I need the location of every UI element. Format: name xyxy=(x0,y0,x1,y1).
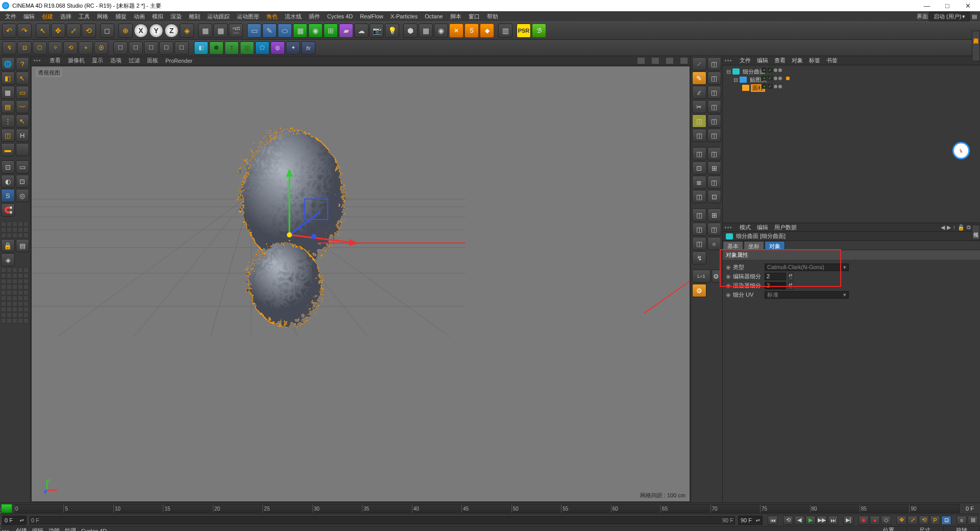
rt-19[interactable]: ⊡ xyxy=(707,190,722,203)
vp-menu-camera[interactable]: 摄像机 xyxy=(68,57,85,64)
rt-6[interactable]: ✂ xyxy=(692,100,706,113)
tool2-10[interactable]: ☐ xyxy=(144,41,158,55)
key-scale-button[interactable]: ⤢ xyxy=(908,516,918,525)
tool2-4[interactable]: ✧ xyxy=(48,41,62,55)
menu-plugins[interactable]: 插件 xyxy=(306,12,323,21)
rt-13[interactable]: ◫ xyxy=(707,147,722,160)
om-menu-file[interactable]: 文件 xyxy=(740,57,751,64)
menu-script[interactable]: 脚本 xyxy=(447,12,464,21)
tool2-12[interactable]: ☐ xyxy=(175,41,189,55)
lt-snap-enable[interactable]: S xyxy=(1,189,15,202)
mat-menu-tex[interactable]: 纹理 xyxy=(65,527,76,531)
lt-layer[interactable]: ▤ xyxy=(16,239,30,252)
layer-toggle[interactable]: ▪ xyxy=(762,84,767,89)
undo-button[interactable]: ↶ xyxy=(2,23,16,38)
timeline-ruler[interactable]: 051015202530354045505560657075808590 xyxy=(13,504,960,513)
lt-vis[interactable]: ◈ xyxy=(1,253,15,267)
prim-fx1[interactable]: ✦ xyxy=(286,41,300,55)
lt-snap3[interactable]: ◎ xyxy=(16,189,30,202)
tool2-9[interactable]: ☐ xyxy=(129,41,143,55)
menu-edit[interactable]: 编辑 xyxy=(20,12,38,21)
keyframe-button[interactable]: ◇ xyxy=(881,516,891,525)
side-tab-browser[interactable]: 内容浏览器 xyxy=(972,31,980,61)
menu-realflow[interactable]: RealFlow xyxy=(357,12,386,20)
move-tool[interactable]: ✥ xyxy=(51,23,65,38)
lt-blank[interactable] xyxy=(16,143,30,156)
vp-nav-1[interactable] xyxy=(638,58,645,64)
plugin-btn-2[interactable]: ▦ xyxy=(419,23,433,38)
menu-create[interactable]: 创建 xyxy=(39,12,56,21)
vp-menu-options[interactable]: 选项 xyxy=(110,57,121,64)
rt-11[interactable]: ◫ xyxy=(707,129,722,142)
lt-texture[interactable]: ▦ xyxy=(1,86,15,99)
am-menu-mode[interactable]: 模式 xyxy=(740,224,751,231)
key-opts-button[interactable]: ≡ xyxy=(957,516,967,525)
rt-12[interactable]: ◫ xyxy=(692,147,706,160)
vis-toggle[interactable]: ✓ xyxy=(768,84,773,89)
frame-end-field[interactable]: 90 F▴▾ xyxy=(738,516,763,525)
expand-icon[interactable]: ⊟ xyxy=(726,68,731,75)
tag-icon[interactable] xyxy=(786,77,790,80)
menu-window[interactable]: 窗口 xyxy=(465,12,483,21)
maximize-button[interactable]: □ xyxy=(937,2,958,10)
environment-button[interactable]: ☁ xyxy=(354,23,369,38)
menu-xparticles[interactable]: X-Particles xyxy=(387,12,421,20)
prim-nurbs[interactable]: ⬢ xyxy=(209,41,224,55)
menu-help[interactable]: 帮助 xyxy=(484,12,501,21)
deformer-button[interactable]: ▰ xyxy=(339,23,353,38)
am-menu-edit[interactable]: 编辑 xyxy=(757,224,768,231)
prim-cube2[interactable]: ◫ xyxy=(240,41,254,55)
lock-xy-button[interactable]: ⊕ xyxy=(118,23,133,38)
subdivision-button[interactable]: ◉ xyxy=(308,23,323,38)
lt-axis2[interactable]: ▭ xyxy=(16,160,30,174)
key-rot-button[interactable]: ⟲ xyxy=(919,516,929,525)
rt-20[interactable]: ◫ xyxy=(692,208,706,222)
prim-fx2[interactable]: fx xyxy=(301,41,315,55)
vp-menu-filter[interactable]: 过滤 xyxy=(129,57,140,64)
lt-h[interactable]: H xyxy=(16,129,30,142)
menu-tools[interactable]: 工具 xyxy=(76,12,93,21)
record-button[interactable]: ◉ xyxy=(859,516,869,525)
menu-snap[interactable]: 捕捉 xyxy=(112,12,130,21)
tool2-2[interactable]: ⊡ xyxy=(17,41,32,55)
prev-key-button[interactable]: ⟲ xyxy=(783,516,793,525)
spinner-icon[interactable]: ▴▾ xyxy=(788,273,793,280)
psr-button[interactable]: PSR xyxy=(517,23,531,38)
range-slider[interactable]: 0 F 90 F xyxy=(30,516,735,524)
menu-file[interactable]: 文件 xyxy=(2,12,19,21)
attr-uv-dropdown[interactable]: 标准▾ xyxy=(765,291,849,299)
rt-1[interactable]: ⟋ xyxy=(692,57,706,70)
select-tool[interactable]: ↖ xyxy=(36,23,50,38)
prim-cube[interactable]: ◧ xyxy=(194,41,208,55)
close-button[interactable]: ✕ xyxy=(958,2,978,10)
lt-make-editable[interactable]: 🌐 xyxy=(1,57,15,70)
plugin-btn-4[interactable]: ✕ xyxy=(449,23,463,38)
am-new-icon[interactable]: ⧉ xyxy=(967,224,971,231)
side-tab-attr[interactable]: 属性 xyxy=(972,225,980,240)
rt-gear[interactable]: ⚙ xyxy=(712,270,721,283)
am-nav-next[interactable]: ▶ xyxy=(947,224,951,231)
rt-24[interactable]: ◫ xyxy=(692,237,706,250)
primitive-spline-button[interactable]: ⬭ xyxy=(278,23,292,38)
plugin-btn-6[interactable]: ◆ xyxy=(480,23,494,38)
play-back-button[interactable]: ◀ xyxy=(794,516,804,525)
rt-5[interactable]: ◫ xyxy=(707,86,722,99)
vp-menu-prorender[interactable]: ProRender xyxy=(165,58,192,64)
rotate-tool[interactable]: ⟲ xyxy=(82,23,96,38)
mat-menu-cycles[interactable]: Cycles 4D xyxy=(81,528,107,532)
layout-menu-icon[interactable]: ▤ xyxy=(971,13,978,20)
lt-snap2[interactable]: ⊡ xyxy=(16,175,30,188)
mat-menu-create[interactable]: 创建 xyxy=(16,527,27,531)
rt-25[interactable]: ⟐ xyxy=(707,237,722,250)
material-manager[interactable]: 创建 编辑 功能 纹理 Cycles 4D MAXON CINEMA 4D xyxy=(0,526,870,531)
vp-nav-2[interactable] xyxy=(652,58,659,64)
key-pos-button[interactable]: ✥ xyxy=(896,516,906,525)
scale-tool[interactable]: ⤢ xyxy=(66,23,81,38)
key-pla-button[interactable]: ⊡ xyxy=(941,516,951,525)
am-menu-userdata[interactable]: 用户数据 xyxy=(774,224,797,231)
menu-mograph[interactable]: 运动图形 xyxy=(234,12,262,21)
viewport-3d[interactable]: 透视视图 xyxy=(31,66,690,502)
menu-sculpt[interactable]: 雕刻 xyxy=(186,12,203,21)
tab-basic[interactable]: 基本 xyxy=(723,241,743,250)
tool2-3[interactable]: ⬡ xyxy=(33,41,47,55)
